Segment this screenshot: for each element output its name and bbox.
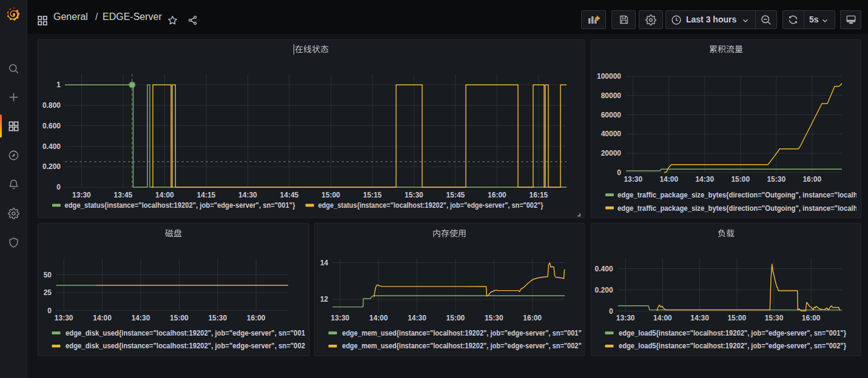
svg-text:0: 0: [609, 307, 613, 316]
svg-text:16:00: 16:00: [523, 314, 542, 322]
svg-text:14:30: 14:30: [408, 314, 426, 322]
svg-text:16:00: 16:00: [488, 191, 506, 199]
svg-text:15:15: 15:15: [363, 191, 382, 199]
svg-text:0.800: 0.800: [42, 101, 61, 110]
svg-text:14: 14: [320, 259, 329, 267]
svg-text:15:00: 15:00: [731, 175, 750, 184]
svg-text:20000: 20000: [601, 149, 622, 158]
svg-text:14:30: 14:30: [690, 314, 709, 322]
svg-text:14:45: 14:45: [280, 191, 299, 199]
svg-text:edge_disk_used{instance="local: edge_disk_used{instance="localhost:19202…: [66, 329, 308, 337]
svg-text:0.600: 0.600: [42, 122, 61, 130]
svg-text:100000: 100000: [597, 72, 621, 81]
svg-text:15:30: 15:30: [208, 314, 227, 322]
svg-text:13:45: 13:45: [114, 191, 133, 199]
svg-text:15:30: 15:30: [405, 191, 423, 199]
svg-text:13:30: 13:30: [331, 314, 349, 322]
svg-text:14:00: 14:00: [369, 314, 388, 322]
svg-text:0.200: 0.200: [595, 286, 613, 294]
svg-text:edge_traffic_package_size_byte: edge_traffic_package_size_bytes{directio…: [617, 204, 860, 213]
svg-text:14:00: 14:00: [659, 175, 678, 184]
svg-text:60000: 60000: [601, 111, 622, 119]
svg-text:14:30: 14:30: [695, 175, 714, 184]
svg-text:16:00: 16:00: [802, 314, 821, 322]
svg-text:15:45: 15:45: [446, 191, 465, 199]
svg-text:15:00: 15:00: [446, 314, 465, 322]
svg-text:15:00: 15:00: [727, 314, 746, 322]
svg-text:edge_traffic_package_size_byte: edge_traffic_package_size_bytes{directio…: [617, 191, 860, 199]
svg-text:edge_disk_used{instance="local: edge_disk_used{instance="localhost:19202…: [66, 342, 308, 350]
svg-text:1: 1: [56, 81, 61, 89]
svg-text:15:30: 15:30: [765, 314, 784, 322]
svg-text:0: 0: [617, 168, 621, 177]
svg-text:16:15: 16:15: [530, 191, 548, 199]
svg-text:13:30: 13:30: [55, 314, 73, 322]
svg-text:50: 50: [44, 271, 52, 279]
svg-text:15:30: 15:30: [767, 175, 786, 184]
svg-text:14:30: 14:30: [132, 314, 150, 322]
svg-text:0.400: 0.400: [42, 142, 61, 151]
svg-text:15:00: 15:00: [170, 314, 189, 322]
svg-text:13:30: 13:30: [624, 175, 642, 184]
svg-text:0: 0: [56, 183, 61, 191]
svg-text:edge_mem_used{instance="localh: edge_mem_used{instance="localhost:19202"…: [342, 342, 584, 350]
svg-text:edge_load5{instance="localhost: edge_load5{instance="localhost:19202", j…: [619, 329, 846, 337]
svg-text:edge_status{instance="localhos: edge_status{instance="localhost:19202", …: [65, 201, 295, 210]
svg-text:16:00: 16:00: [247, 314, 266, 322]
svg-text:0.400: 0.400: [595, 265, 613, 273]
svg-text:16:00: 16:00: [802, 175, 821, 184]
svg-text:14:30: 14:30: [238, 191, 257, 199]
svg-text:13:30: 13:30: [72, 191, 91, 199]
svg-text:12: 12: [320, 295, 329, 303]
svg-text:edge_load5{instance="localhost: edge_load5{instance="localhost:19202", j…: [619, 342, 846, 350]
svg-text:edge_status{instance="localhos: edge_status{instance="localhost:19202", …: [318, 201, 543, 210]
svg-text:14:15: 14:15: [197, 191, 216, 199]
svg-text:14:00: 14:00: [653, 314, 672, 322]
svg-text:13:30: 13:30: [616, 314, 635, 322]
svg-text:14:00: 14:00: [155, 191, 174, 199]
svg-text:15:30: 15:30: [485, 314, 503, 322]
svg-text:25: 25: [44, 288, 52, 297]
svg-text:80000: 80000: [601, 91, 622, 100]
svg-text:0.200: 0.200: [42, 162, 61, 171]
svg-text:edge_mem_used{instance="localh: edge_mem_used{instance="localhost:19202"…: [342, 329, 584, 337]
svg-text:14:00: 14:00: [93, 314, 112, 322]
svg-text:15:00: 15:00: [321, 191, 340, 199]
svg-text:40000: 40000: [601, 130, 622, 138]
svg-text:0: 0: [47, 307, 52, 315]
